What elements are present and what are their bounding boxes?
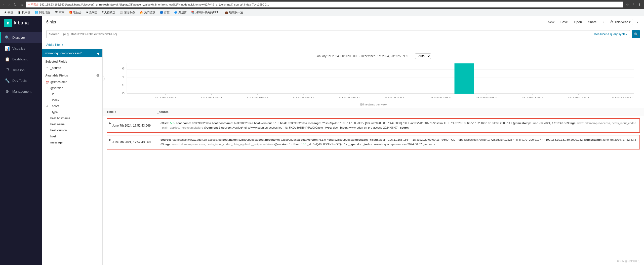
share-button[interactable]: Share	[586, 19, 599, 25]
bookmark-juhua[interactable]: 🔷 聚划算	[172, 10, 189, 15]
sidebar-item-discover[interactable]: 🔍 Discover	[0, 32, 42, 43]
sidebar-item-visualize[interactable]: 📊 Visualize	[0, 43, 42, 54]
field-key-id2: _id:	[307, 143, 313, 146]
top-bar: 6 hits New Save Open Share ‹ ⏱ This year…	[42, 16, 644, 28]
field-timestamp-name: @timestamp	[50, 80, 99, 84]
security-warning: ⚠ 不安全	[28, 3, 38, 6]
save-button[interactable]: Save	[558, 19, 570, 25]
app-wrapper: k kibana 🔍 Discover 📊 Visualize 📋 Dashbo…	[0, 16, 644, 265]
bookmark-lenovo[interactable]: 💼 联想头一波	[223, 10, 245, 15]
search-hint[interactable]: Uses lucene query syntax	[593, 32, 627, 36]
selected-fields-label: Selected Fields	[45, 60, 67, 63]
filter-bar: Add a filter +	[42, 40, 644, 49]
bookmark-vip[interactable]: 🎁 唯品会	[67, 10, 84, 15]
field-type-t8: t	[45, 135, 49, 138]
field-key-beatname2: beat.name:	[222, 138, 238, 141]
field-id[interactable]: t _id	[42, 91, 102, 97]
field-type[interactable]: t _type	[42, 109, 102, 115]
index-badge: www-bdqn-cn-pro-access-* ◀	[42, 49, 102, 57]
result-row: ▶ June 7th 2024, 17:52:43.569 source: /v…	[107, 135, 640, 149]
bookmark-tmall[interactable]: T 天猫精选	[100, 10, 117, 15]
chart-collapse-button[interactable]: ▲	[103, 76, 105, 82]
bookmark-star-button[interactable]: ☆	[625, 2, 630, 7]
new-button[interactable]: New	[546, 19, 556, 25]
time-range-icon: ⏱	[610, 20, 613, 24]
fields-panel-collapse-button[interactable]: ◀	[97, 51, 99, 55]
field-key-offset: offset:	[160, 122, 170, 125]
selected-field-source[interactable]: ? _source	[42, 65, 102, 71]
field-key-index2: _index:	[363, 143, 374, 146]
bookmark-dongfang[interactable]: 📰 东方头条	[118, 10, 137, 15]
open-button[interactable]: Open	[572, 19, 584, 25]
result-row: ▶ June 7th 2024, 17:52:43.569 offset: 56…	[107, 118, 640, 133]
sidebar-item-dashboard-label: Dashboard	[12, 57, 28, 61]
svg-text:0: 0	[122, 92, 125, 95]
field-beat-hostname-name: beat.hostname	[50, 117, 99, 120]
field-key-tags2: tags:	[165, 143, 172, 146]
bookmark-baidu[interactable]: 🔵 百度	[158, 10, 172, 15]
sidebar-item-visualize-label: Visualize	[12, 47, 25, 50]
add-filter-button[interactable]: Add a filter +	[46, 43, 63, 47]
url-text: 192.168.93.165:5601/app/kibana#/discover…	[40, 3, 269, 6]
search-bar: Uses lucene query syntax 🔍	[42, 28, 644, 40]
browser-settings-button[interactable]: ⋮	[631, 2, 636, 7]
row-expand-button[interactable]: ▶ June 7th 2024, 17:52:43.569	[107, 119, 157, 132]
field-score[interactable]: # _score	[42, 103, 102, 109]
nav-back-button[interactable]: ‹	[2, 2, 6, 7]
field-index[interactable]: t _index	[42, 97, 102, 103]
bookmark-mobile[interactable]: 📱 机书签	[16, 10, 32, 15]
hits-count: 6 hits	[46, 20, 56, 24]
field-message[interactable]: t message	[42, 139, 102, 145]
field-key-host: host:	[280, 122, 288, 125]
field-version-name: @version	[50, 86, 99, 90]
svg-text:2024-10-01: 2024-10-01	[521, 96, 544, 99]
available-fields-gear-icon[interactable]: ⚙	[96, 73, 99, 78]
field-key-id: _id:	[283, 126, 289, 129]
field-timestamp[interactable]: ⏰ @timestamp	[42, 79, 102, 85]
row-expand-button-2[interactable]: ▶ June 7th 2024, 17:52:43.569	[107, 135, 157, 149]
field-type-t5: t	[45, 117, 49, 120]
dashboard-icon: 📋	[5, 57, 10, 62]
sidebar-item-devtools[interactable]: 🔧 Dev Tools	[0, 75, 42, 86]
bookmark-games[interactable]: 🔥 热门游戏	[138, 10, 157, 15]
visualize-icon: 📊	[5, 46, 10, 51]
nav-home-button[interactable]: ⌂	[19, 2, 24, 7]
sidebar-item-dashboard[interactable]: 📋 Dashboard	[0, 54, 42, 65]
nav-refresh-button[interactable]: ↻	[12, 2, 18, 7]
field-key-atversion2: @version:	[274, 143, 289, 146]
nav-forward-button[interactable]: ›	[7, 2, 11, 7]
bookmark-item[interactable]: ★ 书签	[2, 10, 15, 15]
bookmark-taobao[interactable]: ❤ 爱淘宝	[84, 10, 99, 15]
kibana-logo-text: kibana	[14, 20, 29, 26]
chart-svg: 0 2 4 6 2024-02-01	[108, 61, 639, 102]
discover-icon: 🔍	[5, 35, 10, 40]
field-type-t6: t	[45, 123, 49, 126]
url-bar[interactable]: ⚠ 不安全 192.168.93.165:5601/app/kibana#/di…	[26, 2, 623, 8]
field-id-name: _id	[50, 92, 99, 96]
bookmark-ppt[interactable]: 📚 好课件-领先的PPT...	[189, 10, 222, 15]
field-key-message2: message:	[354, 138, 369, 141]
row-timestamp-2: June 7th 2024, 17:52:43.569	[112, 138, 151, 146]
sidebar-item-management[interactable]: ⚙ Management	[0, 86, 42, 97]
search-submit-button[interactable]: 🔍	[632, 30, 640, 38]
time-prev-button[interactable]: ‹	[601, 19, 606, 25]
col-time-header[interactable]: Time ↕	[107, 110, 157, 114]
field-beat-name[interactable]: t beat.name	[42, 121, 102, 127]
time-next-button[interactable]: ›	[635, 19, 640, 25]
field-beat-hostname[interactable]: t beat.hostname	[42, 115, 102, 121]
field-beat-version-name: beat.version	[50, 129, 99, 132]
field-beat-version[interactable]: t beat.version	[42, 127, 102, 133]
field-version[interactable]: t @version	[42, 85, 102, 91]
browser-download-button[interactable]: ⬇	[637, 2, 642, 7]
svg-text:2024-04-01: 2024-04-01	[246, 96, 268, 99]
interval-select[interactable]: Auto	[415, 53, 431, 59]
browser-actions: ☆ ⋮ ⬇	[625, 2, 642, 7]
results-table: Time ↕ _source ▶ June 7th 2024, 17:52:43…	[103, 108, 644, 265]
search-input[interactable]	[49, 32, 593, 36]
bookmark-nav[interactable]: 🌐 网址导航	[33, 10, 52, 15]
devtools-icon: 🔧	[5, 78, 10, 83]
bookmark-jd[interactable]: JD 京东	[53, 10, 66, 15]
time-range-picker[interactable]: ⏱ This year ▾	[608, 19, 633, 25]
sidebar-item-timelion[interactable]: ⏱ Timelion	[0, 65, 42, 75]
field-host[interactable]: t host	[42, 133, 102, 139]
